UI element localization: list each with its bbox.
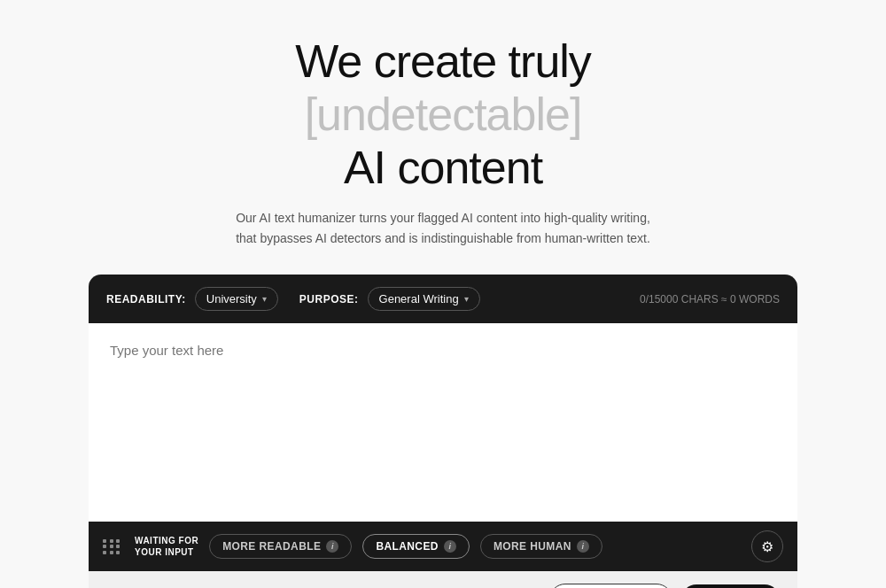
more-human-info-icon: i bbox=[577, 540, 589, 553]
mode-more-readable-label: MORE READABLE bbox=[222, 540, 321, 553]
readability-chevron-icon: ▾ bbox=[262, 294, 267, 304]
more-readable-info-icon: i bbox=[326, 540, 338, 553]
purpose-dropdown[interactable]: General Writing ▾ bbox=[368, 287, 480, 311]
readability-value: University bbox=[206, 292, 257, 306]
gear-icon: ⚙ bbox=[761, 538, 773, 555]
hero-section: We create truly [undetectable] AI conten… bbox=[230, 35, 656, 248]
action-buttons: CHECK FOR AI HUMANIZE bbox=[549, 584, 780, 588]
check-for-ai-button[interactable]: CHECK FOR AI bbox=[549, 584, 672, 588]
textarea-wrapper bbox=[89, 323, 797, 522]
readability-dropdown[interactable]: University ▾ bbox=[195, 287, 278, 311]
mode-balanced-button[interactable]: BALANCED i bbox=[362, 534, 470, 559]
char-count: 0/15000 CHARS ≈ 0 WORDS bbox=[640, 293, 780, 306]
purpose-chevron-icon: ▾ bbox=[464, 294, 469, 304]
hero-title-line2: [undetectable] bbox=[230, 89, 656, 142]
purpose-label: PURPOSE: bbox=[299, 293, 359, 306]
mode-more-human-button[interactable]: MORE HUMAN i bbox=[480, 534, 602, 559]
grid-icon bbox=[103, 539, 120, 554]
hero-title-line1: We create truly bbox=[230, 35, 656, 89]
hero-subtitle: Our AI text humanizer turns your flagged… bbox=[230, 208, 656, 248]
readability-group: READABILITY: University ▾ bbox=[106, 287, 278, 311]
waiting-status: WAITING FORYOUR INPUT bbox=[135, 535, 198, 558]
card-footer: WAITING FORYOUR INPUT MORE READABLE i BA… bbox=[89, 522, 797, 571]
mode-more-readable-button[interactable]: MORE READABLE i bbox=[209, 534, 352, 559]
main-card: READABILITY: University ▾ PURPOSE: Gener… bbox=[89, 275, 797, 588]
purpose-value: General Writing bbox=[379, 292, 459, 306]
bottom-bar: I AGREE TO THE TERMS OF SERVICE (NO ACAD… bbox=[89, 571, 797, 588]
readability-label: READABILITY: bbox=[106, 293, 186, 306]
balanced-info-icon: i bbox=[444, 540, 456, 553]
card-header: READABILITY: University ▾ PURPOSE: Gener… bbox=[89, 275, 797, 323]
hero-title-line3: AI content bbox=[230, 142, 656, 195]
humanize-button[interactable]: HUMANIZE bbox=[681, 584, 780, 588]
text-input[interactable] bbox=[89, 323, 797, 518]
purpose-group: PURPOSE: General Writing ▾ bbox=[299, 287, 480, 311]
mode-more-human-label: MORE HUMAN bbox=[494, 540, 571, 553]
mode-balanced-label: BALANCED bbox=[376, 540, 439, 553]
settings-button[interactable]: ⚙ bbox=[751, 530, 783, 562]
